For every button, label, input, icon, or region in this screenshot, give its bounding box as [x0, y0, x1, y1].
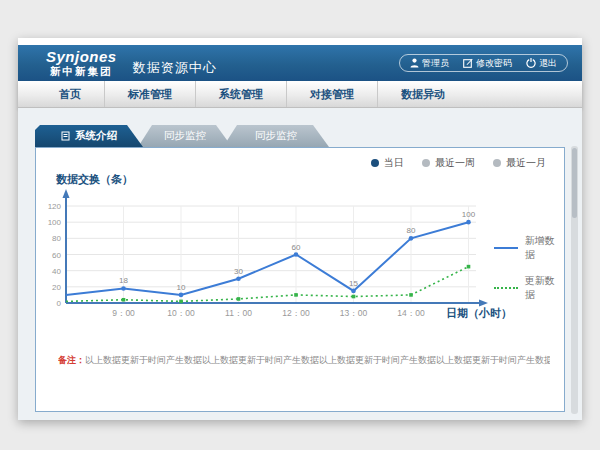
legend-line-dotted [494, 287, 518, 289]
nav-item-data-change[interactable]: 数据异动 [378, 81, 468, 107]
app-window: Synjones 新中新集团 数据资源中心 管理员 修改密码 退出 首页 标准管… [18, 38, 582, 420]
power-icon [526, 58, 536, 68]
x-tick-label: 12：00 [282, 308, 310, 318]
tab-system-intro[interactable]: 系统介绍 [35, 125, 143, 147]
current-user-label: 管理员 [422, 57, 449, 70]
x-axis-arrow [479, 300, 488, 307]
chart-panel: 当日 最近一周 最近一月 数据交换（条） 日期（小时） 020406080100… [35, 147, 565, 412]
legend-label: 更新数据 [525, 274, 564, 302]
y-tick-label: 120 [48, 202, 62, 211]
chart-legend: 新增数据 更新数据 [494, 234, 564, 314]
time-range-filters: 当日 最近一周 最近一月 [371, 156, 546, 170]
tab-label: 系统介绍 [75, 129, 117, 143]
page-top-strip [18, 38, 582, 45]
logo-text-cn: 新中新集团 [46, 66, 117, 77]
data-point [467, 265, 471, 269]
document-icon [61, 131, 70, 141]
main-nav: 首页 标准管理 系统管理 对接管理 数据异动 [18, 81, 582, 108]
radio-label: 最近一周 [435, 156, 475, 170]
data-point [351, 289, 356, 294]
point-value-label: 100 [462, 210, 476, 219]
point-value-label: 60 [292, 243, 301, 252]
logo-text-en: Synjones [46, 49, 117, 64]
nav-item-standard-mgmt[interactable]: 标准管理 [105, 81, 196, 107]
data-point [294, 252, 299, 257]
app-header: Synjones 新中新集团 数据资源中心 管理员 修改密码 退出 [18, 45, 582, 81]
footnote: 备注：以上数据更新于时间产生数据以上数据更新于时间产生数据以上数据更新于时间产生… [58, 354, 550, 367]
data-point [179, 293, 184, 298]
legend-item-new-data: 新增数据 [494, 234, 564, 262]
y-tick-label: 0 [57, 299, 62, 308]
x-tick-label: 10：00 [167, 308, 195, 318]
radio-label: 当日 [384, 156, 404, 170]
scrollbar-thumb[interactable] [572, 148, 577, 218]
data-point [352, 295, 356, 299]
y-axis-title: 数据交换（条） [56, 172, 133, 187]
page-title: 数据资源中心 [133, 59, 217, 77]
point-value-label: 80 [407, 226, 416, 235]
radio-dot-selected [371, 159, 379, 167]
user-actions-pill: 管理员 修改密码 退出 [399, 54, 568, 72]
legend-item-update-data: 更新数据 [494, 274, 564, 302]
data-point [409, 293, 413, 297]
user-icon [410, 58, 419, 68]
data-point [236, 276, 241, 281]
company-logo: Synjones 新中新集团 [46, 49, 117, 77]
x-tick-label: 13：00 [340, 308, 368, 318]
change-password-label: 修改密码 [476, 57, 512, 70]
change-password-button[interactable]: 修改密码 [463, 57, 512, 70]
tab-sync-monitor-2[interactable]: 同步监控 [223, 125, 329, 147]
data-point [179, 300, 183, 304]
content-scrollbar[interactable] [571, 146, 578, 414]
data-point [237, 297, 241, 301]
radio-label: 最近一月 [506, 156, 546, 170]
y-axis-arrow [63, 189, 70, 198]
logout-button[interactable]: 退出 [526, 57, 557, 70]
data-point [466, 220, 471, 225]
footnote-text: 以上数据更新于时间产生数据以上数据更新于时间产生数据以上数据更新于时间产生数据以… [85, 355, 550, 365]
point-value-label: 10 [177, 283, 186, 292]
y-tick-label: 100 [48, 218, 62, 227]
y-tick-label: 40 [52, 267, 61, 276]
data-point [409, 236, 414, 241]
legend-line-solid [494, 247, 518, 249]
point-value-label: 15 [349, 279, 358, 288]
tab-sync-monitor-1[interactable]: 同步监控 [138, 125, 232, 147]
current-user-button[interactable]: 管理员 [410, 57, 449, 70]
nav-item-home[interactable]: 首页 [36, 81, 105, 107]
tab-label: 同步监控 [164, 129, 206, 143]
point-value-label: 18 [119, 276, 128, 285]
radio-dot [422, 159, 430, 167]
y-tick-label: 20 [52, 283, 61, 292]
x-tick-label: 11：00 [225, 308, 252, 318]
y-tick-label: 60 [52, 251, 61, 260]
nav-item-system-mgmt[interactable]: 系统管理 [196, 81, 287, 107]
point-value-label: 30 [234, 267, 243, 276]
chart-svg: 0204060801001209：0010：0011：0012：0013：001… [41, 186, 501, 321]
data-point [121, 286, 126, 291]
x-tick-label: 9：00 [112, 308, 135, 318]
data-point [294, 293, 298, 297]
nav-item-interface-mgmt[interactable]: 对接管理 [287, 81, 378, 107]
y-tick-label: 80 [52, 234, 61, 243]
radio-today[interactable]: 当日 [371, 156, 404, 170]
tab-label: 同步监控 [255, 129, 297, 143]
data-point [122, 298, 126, 302]
x-tick-label: 14：00 [397, 308, 425, 318]
footnote-prefix: 备注： [58, 355, 85, 365]
radio-last-month[interactable]: 最近一月 [493, 156, 546, 170]
logout-label: 退出 [539, 57, 557, 70]
content-area: 系统介绍 同步监控 同步监控 当日 最近一周 最近一月 [18, 108, 582, 420]
radio-last-week[interactable]: 最近一周 [422, 156, 475, 170]
edit-icon [463, 58, 473, 68]
legend-label: 新增数据 [525, 234, 564, 262]
radio-dot [493, 159, 501, 167]
